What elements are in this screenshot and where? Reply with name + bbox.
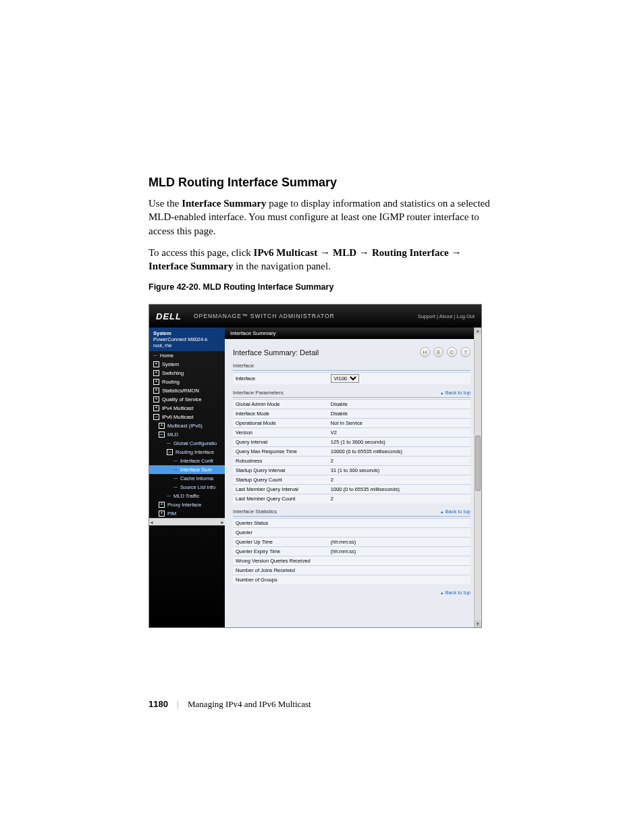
print-icon[interactable]: ⎙ (433, 347, 444, 357)
nav-switching[interactable]: Switching (149, 369, 225, 377)
chapter-title: Managing IPv4 and IPv6 Multicast (188, 699, 311, 709)
nav-routing-interface[interactable]: Routing Interface (149, 448, 225, 457)
param-value: (hh:mm:ss) (328, 538, 471, 547)
back-to-top-link[interactable]: Back to top (440, 509, 471, 515)
nav-mld[interactable]: MLD (149, 430, 225, 439)
interface-selector-table: Interface Vl100 (233, 372, 471, 384)
nav-cache-info[interactable]: Cache Informa (149, 474, 225, 483)
table-row: Interface Vl100 (233, 373, 471, 385)
help-icon[interactable]: ? (460, 347, 471, 357)
table-row: Startup Query Count2 (233, 475, 471, 485)
scroll-up-icon[interactable]: ▴ (475, 328, 481, 334)
table-row: Query Interval125 (1 to 3600 seconds) (233, 438, 471, 447)
save-icon[interactable]: H (420, 347, 430, 357)
system-model: PowerConnect M8024-k (153, 336, 221, 342)
table-row: Startup Query Interval31 (1 to 300 secon… (233, 466, 471, 475)
scroll-down-icon[interactable]: ▾ (475, 621, 481, 627)
expand-icon[interactable] (153, 405, 159, 411)
nav-system[interactable]: System (149, 360, 225, 369)
brand-logo: DELL (156, 311, 182, 321)
expand-icon[interactable] (153, 379, 159, 385)
sidebar-hscrollbar[interactable]: ◄► (149, 518, 225, 525)
intro-paragraph-2: To access this page, click IPv6 Multicas… (149, 246, 495, 273)
scrollbar-thumb[interactable] (475, 436, 481, 491)
table-row: Querier Status (233, 519, 471, 528)
nav-source-list-info[interactable]: Source List Info (149, 483, 225, 492)
expand-icon[interactable] (153, 388, 159, 394)
nav-pim[interactable]: PIM (149, 509, 225, 518)
page-number: 1180 (149, 699, 168, 709)
section-interface-statistics: Interface Statistics (233, 509, 277, 515)
intro-paragraph-1: Use the Interface Summary page to displa… (149, 197, 495, 238)
table-row: Query Max Response Time10000 (0 to 65535… (233, 447, 471, 457)
expand-icon[interactable] (153, 370, 159, 376)
nav-qos[interactable]: Quality of Service (149, 395, 225, 404)
text: in the navigation panel. (233, 261, 331, 271)
param-name: Querier Status (233, 519, 328, 528)
nav-sidebar: System PowerConnect M8024-k root, r/w Ho… (149, 328, 225, 627)
param-value: 2 (328, 475, 471, 485)
nav-mld-traffic[interactable]: MLD Traffic (149, 492, 225, 500)
table-row: Last Member Query Count2 (233, 494, 471, 504)
nav-interface-summary[interactable]: Interface Sum (149, 465, 225, 474)
table-row: Number of Groups (233, 575, 471, 585)
top-links[interactable]: Support | About | Log Out (418, 313, 475, 319)
table-row: Wrong Version Queries Received (233, 556, 471, 566)
nav-global-config[interactable]: Global Configuratio (149, 439, 225, 448)
table-row: Querier Expiry Time(hh:mm:ss) (233, 547, 471, 556)
term-interface-summary: Interface Summary (182, 198, 266, 209)
system-label: System (153, 330, 221, 336)
refresh-icon[interactable]: C (447, 347, 457, 357)
param-name: Querier (233, 528, 328, 538)
expand-icon[interactable] (159, 511, 165, 517)
table-row: Number of Joins Received (233, 566, 471, 575)
nav-home[interactable]: Home (149, 351, 225, 360)
nav-interface-config[interactable]: Interface Confi (149, 457, 225, 465)
param-value: 125 (1 to 3600 seconds) (328, 438, 471, 447)
param-value: Not In Service (328, 419, 471, 428)
back-to-top-link[interactable]: Back to top (440, 590, 471, 596)
figure-caption: Figure 42-20. MLD Routing Interface Summ… (149, 282, 495, 292)
param-value: Disable (328, 400, 471, 409)
scroll-right-icon[interactable]: ► (220, 520, 225, 525)
collapse-icon[interactable] (167, 449, 173, 455)
param-value (328, 575, 471, 585)
param-name: Last Member Query Count (233, 494, 328, 504)
table-row: Querier (233, 528, 471, 538)
content-vscrollbar[interactable]: ▴ ▾ (474, 328, 481, 627)
nav-ipv4-multicast[interactable]: IPv4 Multicast (149, 404, 225, 413)
param-value (328, 566, 471, 575)
nav-ipv6-multicast[interactable]: IPv6 Multicast (149, 413, 225, 421)
nav-routing[interactable]: Routing (149, 377, 225, 386)
param-value: Disable (328, 409, 471, 419)
table-row: VersionV2 (233, 428, 471, 438)
nav-stats-rmon[interactable]: Statistics/RMON (149, 386, 225, 395)
table-row: Operational ModeNot In Service (233, 419, 471, 428)
interface-parameters-table: Global Admin ModeDisableInterface ModeDi… (233, 399, 471, 503)
expand-icon[interactable] (153, 361, 159, 367)
table-row: Last Member Query Interval1000 (0 to 655… (233, 485, 471, 494)
nav-multicast-ipv6[interactable]: Multicast (IPv6) (149, 421, 225, 430)
interface-statistics-table: Querier StatusQuerierQuerier Up Time(hh:… (233, 518, 471, 584)
expand-icon[interactable] (159, 502, 165, 508)
param-value (328, 556, 471, 566)
expand-icon[interactable] (153, 396, 159, 402)
param-value: 10000 (0 to 65535 milliseconds) (328, 447, 471, 457)
nav-proxy-interface[interactable]: Proxy Interface (149, 500, 225, 509)
param-name: Version (233, 428, 328, 438)
back-to-top-link[interactable]: Back to top (440, 390, 471, 396)
scroll-left-icon[interactable]: ◄ (149, 520, 154, 525)
table-row: Global Admin ModeDisable (233, 400, 471, 409)
text: To access this page, click (149, 247, 254, 258)
param-name: Last Member Query Interval (233, 485, 328, 494)
expand-icon[interactable] (159, 423, 165, 429)
brand-subtitle: OPENMANAGE™ SWITCH ADMINISTRATOR (194, 313, 335, 319)
breadcrumb: Interface Summary (225, 328, 481, 339)
param-value: 31 (1 to 300 seconds) (328, 466, 471, 475)
param-value: 1000 (0 to 65535 milliseconds) (328, 485, 471, 494)
collapse-icon[interactable] (159, 432, 165, 438)
section-heading: MLD Routing Interface Summary (149, 176, 495, 190)
interface-select[interactable]: Vl100 (331, 374, 359, 383)
collapse-icon[interactable] (153, 414, 159, 420)
param-name: Querier Expiry Time (233, 547, 328, 556)
